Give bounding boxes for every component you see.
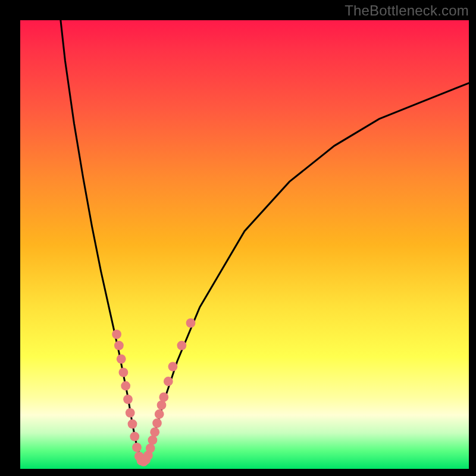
data-marker <box>157 400 167 410</box>
chart-stage: TheBottleneck.com <box>0 0 476 476</box>
data-marker <box>119 368 129 377</box>
data-marker <box>130 432 139 441</box>
data-marker <box>117 354 126 364</box>
data-marker <box>114 341 124 350</box>
data-marker <box>123 394 133 404</box>
data-marker <box>146 443 155 453</box>
data-marker <box>128 419 137 429</box>
data-marker <box>159 393 168 402</box>
data-marker <box>177 341 187 350</box>
curve-svg <box>20 20 469 469</box>
marker-group <box>112 318 195 466</box>
bottleneck-curve <box>61 20 469 460</box>
data-marker <box>112 330 121 339</box>
watermark-label: TheBottleneck.com <box>345 2 469 19</box>
data-marker <box>132 443 142 452</box>
data-marker <box>148 436 158 445</box>
data-marker <box>164 377 173 386</box>
data-marker <box>126 408 135 418</box>
data-marker <box>121 381 130 391</box>
data-marker <box>150 427 159 437</box>
plot-area <box>20 20 469 469</box>
data-marker <box>186 318 196 328</box>
data-marker <box>152 418 162 428</box>
data-marker <box>155 409 164 419</box>
data-marker <box>168 362 178 371</box>
